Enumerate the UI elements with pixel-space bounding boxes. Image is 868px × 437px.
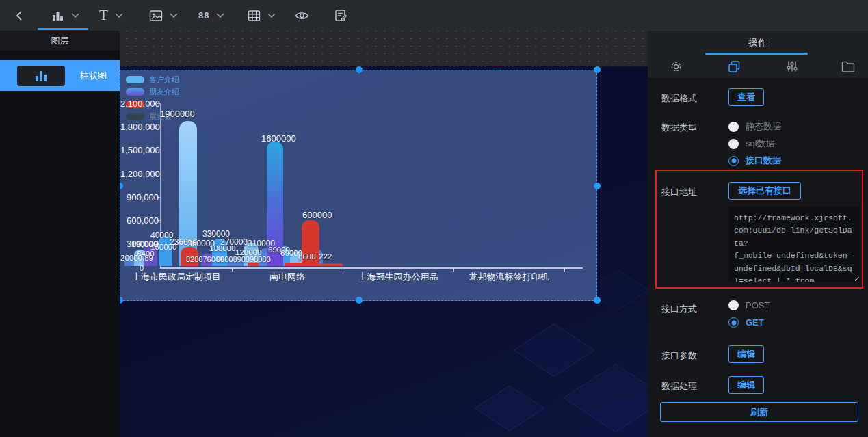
- y-axis-tick-label: 2,100,000: [120, 98, 159, 109]
- x-axis-category-label: 南电网络: [269, 271, 305, 283]
- radio-label: sql数据: [746, 137, 775, 150]
- bar-value-label: 8600: [298, 252, 316, 261]
- folder-icon: [841, 61, 855, 72]
- radio-option-接口数据[interactable]: 接口数据: [728, 155, 781, 167]
- table-tool-button[interactable]: [248, 0, 276, 31]
- chevron-down-icon: [71, 13, 79, 18]
- legend-label: 客户介绍: [149, 75, 179, 85]
- tab-settings[interactable]: [666, 57, 685, 76]
- radio-option-sql数据[interactable]: sql数据: [728, 137, 775, 150]
- bar-value-label: 1900000: [160, 109, 195, 119]
- layer-item-label: 柱状图: [80, 70, 107, 82]
- api-address-label: 接口地址: [661, 186, 697, 198]
- radio-unselected-icon[interactable]: [728, 122, 739, 132]
- radio-option-静态数据[interactable]: 静态数据: [728, 120, 781, 133]
- radio-label: 静态数据: [746, 120, 781, 133]
- chevron-down-icon: [170, 13, 178, 18]
- chevron-down-icon: [216, 13, 224, 18]
- bar-value-label: 8600890098080: [216, 255, 271, 263]
- active-tool-indicator: [38, 28, 88, 30]
- select-existing-api-button[interactable]: 选择已有接口: [728, 182, 801, 200]
- radio-selected-icon[interactable]: [728, 317, 739, 328]
- y-axis-tick-label: 600,000: [120, 215, 159, 226]
- release-button[interactable]: [334, 0, 347, 31]
- y-axis-tick-label: 1,500,000: [120, 145, 159, 155]
- image-icon: [149, 10, 163, 22]
- bar-chart-icon: [51, 9, 64, 23]
- bar-value-label: 222: [319, 252, 332, 261]
- panel-header: 操作: [648, 31, 868, 79]
- radio-option-POST[interactable]: POST: [728, 300, 770, 310]
- number-widget-icon: 88: [198, 10, 209, 21]
- y-axis-tick-label: 1,800,000: [120, 122, 159, 132]
- resize-handle-top-right[interactable]: [594, 66, 601, 73]
- bar-value-label: 180000: [209, 244, 235, 252]
- preview-button[interactable]: [295, 0, 309, 31]
- legend-swatch-icon: [126, 113, 144, 120]
- chart-bar: [319, 263, 343, 266]
- y-axis-tick-label: 300,000: [120, 239, 159, 249]
- resize-handle-top[interactable]: [356, 66, 363, 73]
- legend-swatch-icon: [126, 88, 144, 96]
- tab-data[interactable]: [724, 57, 744, 76]
- panel-title: 操作: [648, 37, 868, 49]
- tab-style[interactable]: [782, 57, 802, 76]
- resize-handle-right[interactable]: [594, 183, 601, 189]
- x-axis-category-label: 龙邦物流标签打印机: [469, 271, 549, 283]
- layers-sidebar: 图层 柱状图: [0, 31, 120, 437]
- bar-value-label: 600000: [302, 210, 332, 220]
- api-method-label: 接口方式: [661, 303, 697, 315]
- x-axis-tickmark: [343, 269, 343, 272]
- radio-selected-icon[interactable]: [728, 156, 739, 166]
- properties-panel: 操作: [648, 31, 868, 437]
- x-axis-category-label: 上海冠生园办公用品: [358, 271, 438, 283]
- tab-files[interactable]: [839, 57, 858, 76]
- view-button[interactable]: 查看: [728, 88, 764, 106]
- data-process-label: 数据处理: [661, 380, 697, 393]
- radio-unselected-icon[interactable]: [728, 139, 739, 149]
- radio-option-GET[interactable]: GET: [728, 317, 764, 328]
- text-tool-button[interactable]: T: [99, 0, 123, 31]
- layers-panel-title: 图层: [0, 31, 120, 51]
- table-icon: [248, 10, 261, 22]
- radio-label: POST: [746, 300, 770, 310]
- data-format-label: 数据格式: [661, 92, 697, 105]
- bar-value-label: 20000.89: [120, 254, 153, 262]
- resize-handle-bottom-right[interactable]: [594, 297, 601, 304]
- radio-unselected-icon[interactable]: [728, 300, 739, 310]
- legend-item[interactable]: 朋友介绍: [126, 85, 179, 98]
- image-tool-button[interactable]: [149, 0, 178, 31]
- resize-handle-bottom[interactable]: [356, 297, 363, 304]
- back-button[interactable]: [14, 0, 25, 31]
- text-tool-icon: T: [99, 7, 108, 24]
- top-toolbar: T 88: [0, 0, 868, 31]
- number-tool-button[interactable]: 88: [198, 0, 224, 31]
- chevron-down-icon: [267, 13, 276, 18]
- x-axis-tickmark: [232, 269, 233, 272]
- canvas-grid-strip: [120, 31, 648, 66]
- app-window: T 88: [0, 0, 868, 437]
- edit-data-process-button[interactable]: 编辑: [728, 376, 764, 394]
- x-axis-category-label: 上海市民政局定制项目: [132, 271, 221, 283]
- api-url-textarea[interactable]: [728, 207, 860, 282]
- x-axis-line: [160, 267, 583, 269]
- legend-swatch-icon: [126, 76, 144, 83]
- chart-tool-button[interactable]: [51, 0, 79, 31]
- gear-icon: [670, 60, 683, 73]
- layer-item-bar-chart[interactable]: 柱状图: [0, 60, 120, 91]
- radio-label: GET: [746, 317, 764, 328]
- eye-icon: [295, 10, 309, 21]
- sliders-icon: [786, 60, 798, 72]
- legend-item[interactable]: 客户介绍: [126, 73, 179, 85]
- bar-chart-widget-selected[interactable]: 客户介绍朋友介绍展览会 2,100,0001,800,0001,500,0001…: [120, 70, 597, 301]
- layer-thumbnail: [17, 66, 65, 86]
- legend-label: 朋友介绍: [149, 87, 179, 97]
- y-axis-tick-label: 1,200,000: [120, 169, 159, 179]
- refresh-button[interactable]: 刷新: [660, 402, 858, 422]
- y-axis-tick-label: 900,000: [120, 192, 159, 202]
- bar-value-label: 1600000: [261, 133, 296, 144]
- chevron-left-icon: [14, 10, 25, 21]
- edit-api-params-button[interactable]: 编辑: [728, 345, 764, 363]
- x-axis-tickmark: [564, 269, 565, 272]
- bar-chart-icon: [36, 70, 47, 81]
